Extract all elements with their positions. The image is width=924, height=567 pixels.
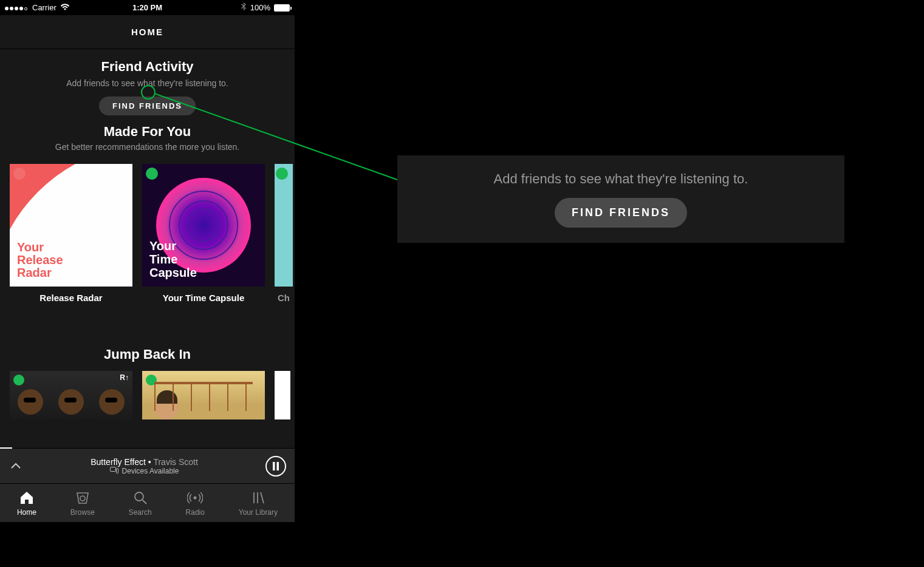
callout-find-friends-button[interactable]: FIND FRIENDS: [555, 198, 687, 228]
pause-button[interactable]: [265, 456, 286, 477]
devices-icon: [110, 467, 118, 475]
signal-dots-icon: [5, 3, 29, 12]
phone-frame: Carrier 1:20 PM 100% HOME Friend Activit…: [0, 0, 295, 522]
tab-bar: Home Browse Search Radio Your Library: [0, 483, 295, 522]
made-for-you-title: Made For You: [7, 124, 287, 140]
card-label: Release Radar: [10, 293, 132, 303]
chevron-up-icon[interactable]: [9, 459, 23, 474]
carrier-label: Carrier: [32, 3, 56, 12]
zoom-callout: Add friends to see what they're listenin…: [397, 155, 844, 243]
spotify-logo-icon: [13, 168, 26, 180]
now-playing-bar[interactable]: Butterfly Effect • Travis Scott Devices …: [0, 448, 295, 483]
now-playing-track: Butterfly Effect: [91, 457, 146, 467]
spotify-logo-icon: [146, 168, 158, 180]
svg-rect-6: [273, 462, 275, 470]
cover-time-capsule: YourTimeCapsule: [142, 164, 265, 287]
svg-point-9: [135, 492, 143, 501]
card-release-radar[interactable]: YourReleaseRadar Release Radar: [10, 164, 132, 303]
battery-pct: 100%: [250, 3, 270, 12]
svg-line-10: [142, 500, 146, 504]
page-title: HOME: [131, 27, 163, 37]
tab-browse[interactable]: Browse: [70, 490, 95, 517]
callout-subtitle: Add friends to see what they're listenin…: [494, 171, 748, 187]
bluetooth-icon: [241, 2, 247, 13]
spotify-logo-icon: [13, 375, 24, 385]
tab-search[interactable]: Search: [129, 490, 152, 517]
tab-library[interactable]: Your Library: [239, 490, 278, 517]
now-playing-info[interactable]: Butterfly Effect • Travis Scott Devices …: [29, 457, 259, 475]
devices-available: Devices Available: [122, 467, 179, 475]
wifi-icon: [60, 3, 70, 13]
cover-release-radar: YourReleaseRadar: [10, 164, 132, 287]
svg-point-11: [194, 496, 197, 499]
tab-label: Browse: [70, 508, 95, 517]
now-playing-sep: •: [146, 457, 153, 467]
jump-back-in-title: Jump Back In: [0, 347, 295, 362]
svg-rect-4: [110, 467, 115, 471]
status-bar: Carrier 1:20 PM 100%: [0, 0, 295, 15]
battery-icon: [274, 4, 290, 12]
now-playing-artist: Travis Scott: [153, 457, 197, 467]
jump-back-in-row[interactable]: [0, 371, 295, 419]
tab-label: Search: [129, 508, 152, 517]
nav-header: HOME: [0, 15, 295, 49]
card-time-capsule[interactable]: YourTimeCapsule Your Time Capsule: [142, 164, 265, 303]
card-label: Ch: [275, 293, 293, 303]
tab-label: Your Library: [239, 508, 278, 517]
jbi-card-2[interactable]: [142, 371, 265, 419]
spotify-logo-icon: [276, 168, 288, 180]
cover-peek: [275, 164, 293, 287]
svg-rect-7: [277, 462, 279, 470]
svg-point-8: [80, 496, 85, 501]
jbi-card-1[interactable]: [10, 371, 132, 419]
made-for-you-row[interactable]: YourReleaseRadar Release Radar: [0, 157, 295, 308]
spotify-logo-icon: [146, 375, 157, 385]
made-for-you-subtitle: Get better recommendations the more you …: [7, 142, 287, 152]
card-chill-peek[interactable]: Ch: [275, 164, 293, 303]
jbi-card-3-peek[interactable]: [275, 371, 290, 419]
svg-line-14: [261, 492, 264, 503]
tab-home[interactable]: Home: [17, 490, 36, 517]
tab-radio[interactable]: Radio: [186, 490, 205, 517]
card-label: Your Time Capsule: [142, 293, 265, 303]
home-scroll[interactable]: Friend Activity Add friends to see what …: [0, 49, 295, 448]
friend-activity-title: Friend Activity: [7, 59, 287, 75]
svg-rect-5: [116, 468, 118, 473]
friend-activity-subtitle: Add friends to see what they're listenin…: [7, 78, 287, 88]
tab-label: Radio: [186, 508, 205, 517]
friend-activity-section: Friend Activity Add friends to see what …: [0, 49, 295, 157]
find-friends-button[interactable]: FIND FRIENDS: [99, 97, 196, 115]
tab-label: Home: [17, 508, 36, 517]
